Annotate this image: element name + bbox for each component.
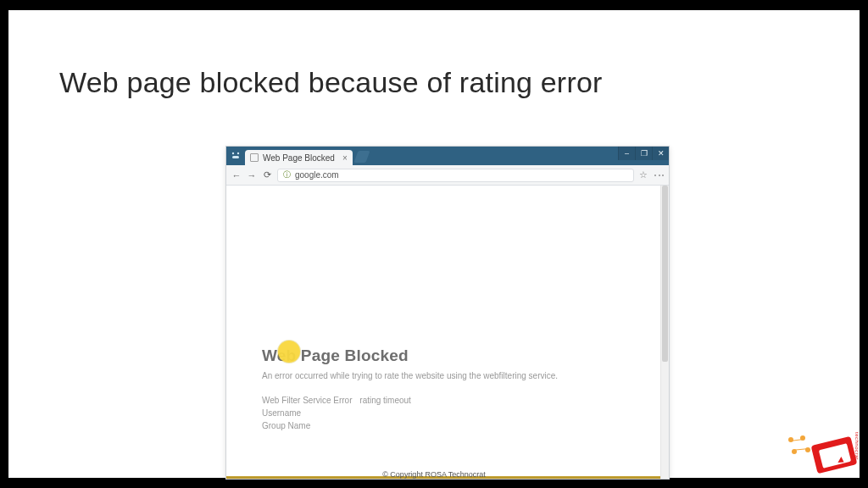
brand-text: technocrat bbox=[854, 432, 860, 460]
detail-label: Web Filter Service Error bbox=[262, 396, 353, 405]
url-text: google.com bbox=[295, 170, 339, 180]
tab-label: Web Page Blocked bbox=[263, 153, 335, 163]
minimize-button[interactable]: – bbox=[618, 147, 635, 160]
forward-button[interactable]: → bbox=[247, 170, 257, 180]
brand-dots-icon bbox=[788, 435, 814, 461]
brand-logo: technocrat bbox=[783, 424, 860, 478]
tab-active[interactable]: Web Page Blocked × bbox=[245, 150, 353, 165]
blocked-details: Web Filter Service Error rating timeout … bbox=[262, 396, 630, 430]
window-controls: – ❐ ✕ bbox=[618, 147, 669, 160]
detail-value: rating timeout bbox=[359, 396, 411, 405]
blocked-panel: Web Page Blocked An error occurred while… bbox=[262, 347, 630, 434]
browser-window: Web Page Blocked × – ❐ ✕ ← → ⟳ ⓘ google.… bbox=[225, 146, 670, 480]
slide-title: Web page blocked because of rating error bbox=[59, 66, 603, 99]
close-window-button[interactable]: ✕ bbox=[652, 147, 669, 160]
new-tab-button[interactable] bbox=[353, 151, 370, 163]
site-info-icon[interactable]: ⓘ bbox=[283, 169, 291, 180]
detail-line-username: Username bbox=[262, 408, 630, 418]
back-button[interactable]: ← bbox=[231, 170, 242, 180]
tab-close-icon[interactable]: × bbox=[342, 153, 348, 163]
slide: Web page blocked because of rating error… bbox=[8, 10, 860, 478]
viewport: Web Page Blocked An error occurred while… bbox=[226, 186, 669, 479]
detail-line-error: Web Filter Service Error rating timeout bbox=[262, 396, 630, 405]
reload-button[interactable]: ⟳ bbox=[262, 170, 272, 180]
svg-point-1 bbox=[237, 152, 239, 154]
cursor-highlight-icon bbox=[278, 341, 300, 363]
blocked-description: An error occurred while trying to rate t… bbox=[262, 370, 584, 382]
blocked-heading: Web Page Blocked bbox=[262, 347, 630, 365]
titlebar[interactable]: Web Page Blocked × – ❐ ✕ bbox=[226, 147, 669, 165]
copyright-text: © Copyright ROSA Technocrat bbox=[382, 470, 486, 479]
scrollbar-thumb[interactable] bbox=[662, 186, 668, 362]
bookmark-star-icon[interactable]: ☆ bbox=[639, 169, 648, 180]
favicon-icon bbox=[250, 153, 259, 162]
svg-rect-2 bbox=[232, 156, 239, 158]
detail-line-group: Group Name bbox=[262, 421, 630, 430]
menu-dots-icon[interactable]: ⋮ bbox=[657, 170, 661, 180]
svg-point-0 bbox=[232, 152, 234, 154]
maximize-button[interactable]: ❐ bbox=[635, 147, 652, 160]
toolbar: ← → ⟳ ⓘ google.com ☆ ⋮ bbox=[226, 165, 669, 186]
os-icon bbox=[229, 149, 242, 163]
address-bar[interactable]: ⓘ google.com bbox=[277, 169, 634, 182]
scrollbar[interactable] bbox=[660, 186, 669, 479]
